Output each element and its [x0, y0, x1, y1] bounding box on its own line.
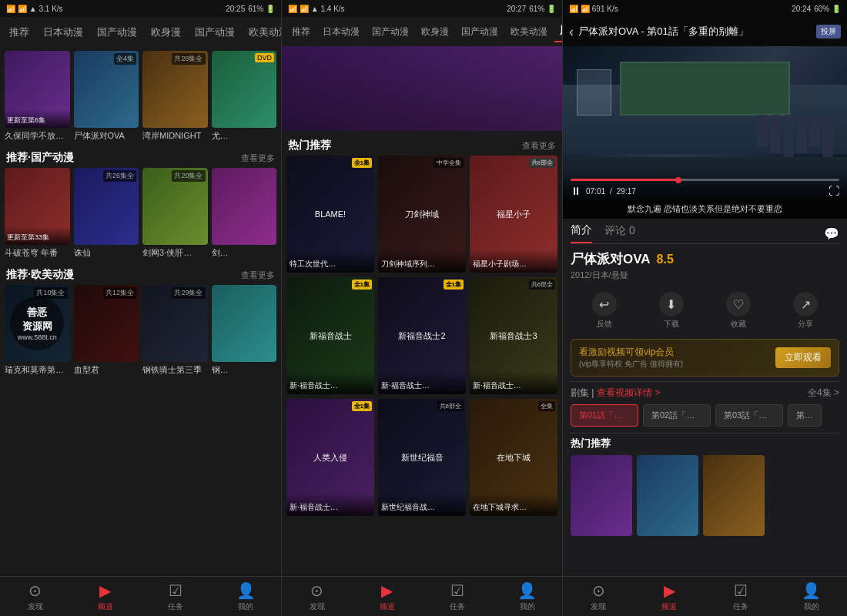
domestic-more[interactable]: 查看更多 [241, 152, 275, 164]
tab-japan-1[interactable]: 日本动漫 [37, 22, 89, 42]
list-item[interactable]: 共12集全 血型君 [74, 285, 139, 376]
episode-button[interactable]: 第02話「壊… [643, 404, 711, 427]
nav-task-2[interactable]: ☑ 任务 [422, 581, 492, 612]
vip-watch-button[interactable]: 立即观看 [775, 347, 831, 368]
p2-tab-2[interactable]: 国产动漫 [367, 22, 414, 42]
p2-tab-3[interactable]: 欧身漫 [416, 22, 454, 42]
card-title: 血型君 [74, 364, 139, 376]
nav-profile-1[interactable]: 👤 我的 [211, 581, 281, 612]
progress-bar[interactable] [571, 179, 839, 181]
update-badge: 更新至第33集 [5, 226, 70, 245]
back-button[interactable]: ‹ [569, 24, 574, 40]
nav-discover-3[interactable]: ⊙ 发现 [563, 581, 634, 612]
character-group [757, 115, 833, 157]
tab-comments[interactable]: 评论 0 [604, 224, 635, 243]
list-item[interactable]: 全4集 尸体派对OVA [74, 51, 139, 142]
vip-text-block: 看激励视频可领vip会员 (vip尊享特权 免广告 值得拥有) [579, 346, 683, 370]
bottom-nav-1: ⊙ 发现 ▶ 频道 ☑ 任务 👤 我的 [0, 576, 281, 616]
card-title: 新世纪福音战… [378, 493, 466, 516]
ep-header-right[interactable]: 全4集 > [808, 387, 839, 400]
download-button[interactable]: ⬇ 下载 [638, 292, 705, 330]
nav-task-3[interactable]: ☑ 任务 [705, 581, 776, 612]
list-item[interactable] [703, 455, 765, 536]
fullscreen-button[interactable]: ⛶ [829, 185, 839, 197]
episode-button[interactable]: 第… [788, 404, 822, 427]
p2-tab-1[interactable]: 日本动漫 [317, 22, 365, 42]
time-1: 20:25 [226, 5, 245, 13]
western-more[interactable]: 查看更多 [241, 270, 275, 281]
list-item[interactable]: 共10集全 善恶资源网 www.588t.cn 瑞克和莫蒂第… [5, 285, 70, 376]
time-2: 20:27 [507, 5, 526, 13]
favorite-button[interactable]: ♡ 收藏 [705, 292, 772, 330]
nav-label-3b: 频道 [661, 601, 677, 612]
nav-discover-1[interactable]: ⊙ 发现 [0, 581, 70, 612]
list-item[interactable]: 共26集全 诛仙 [74, 168, 139, 259]
list-item[interactable] [637, 455, 698, 536]
list-item[interactable]: 在地下城 全集 在地下城寻求… [470, 399, 557, 516]
rec-poster [571, 455, 632, 536]
ep-detail-link[interactable]: 查看视频详情 > [597, 387, 660, 398]
figure [796, 115, 807, 153]
battery-1: 61% 🔋 [248, 5, 275, 13]
pause-button[interactable]: ⏸ [571, 185, 581, 197]
nav-label-3c: 任务 [733, 601, 748, 612]
badge: 共6部全 [529, 158, 555, 168]
favorite-label: 收藏 [731, 319, 746, 330]
banner-area[interactable] [282, 46, 562, 131]
tab-recommend-1[interactable]: 推荐 [3, 22, 35, 42]
p2-tab-5[interactable]: 欧美动漫 [505, 22, 553, 42]
p2-tab-theater[interactable]: 剧场版 [554, 21, 562, 42]
tab-western-1[interactable]: 欧美动漫 [243, 22, 281, 42]
share-button[interactable]: ↗ 分享 [772, 292, 839, 330]
tab-eu-1[interactable]: 欧身漫 [145, 22, 187, 42]
ep-header-left[interactable]: 剧集 | 查看视频详情 > [571, 387, 660, 400]
status-left-text-2: 📶 ▲ 1.4 K/s [300, 5, 345, 13]
tab-intro[interactable]: 简介 [571, 223, 592, 243]
nav-tabs-1: 推荐 日本动漫 国产动漫 欧身漫 国产动漫 欧美动漫 剧场版 [0, 17, 281, 48]
nav-label-3d: 我的 [804, 601, 819, 612]
list-item[interactable]: 刀剑神域 中学全集 刀剑神域序列… [378, 156, 466, 273]
list-item[interactable]: 新世纪福音 共6部全 新世纪福音战… [378, 399, 466, 516]
list-item[interactable]: DVD 尤… [212, 51, 277, 142]
p2-tab-4[interactable]: 国产动漫 [456, 22, 504, 42]
chat-icon[interactable]: 💬 [824, 226, 839, 241]
episode-button[interactable]: 第01話「多… [571, 404, 638, 427]
cast-badge[interactable]: 投屏 [816, 25, 841, 38]
list-item[interactable]: 更新至第6集 久保同学不放… [5, 51, 70, 142]
card-title: 钢铁骑士第三季 [142, 364, 208, 376]
list-item[interactable]: 共26集全 湾岸MIDNIGHT [142, 51, 208, 142]
list-item[interactable]: 钢… [212, 285, 277, 376]
video-player[interactable]: ⏸ 07:01 / 29:17 ⛶ [563, 46, 847, 200]
p2-tab-0[interactable]: 推荐 [286, 22, 316, 42]
nav-channel-3[interactable]: ▶ 频道 [634, 581, 705, 612]
panel-2: 📶 📶 ▲ 1.4 K/s 20:27 61% 🔋 推荐 日本动漫 国产动漫 欧… [281, 0, 562, 616]
share-label: 分享 [798, 319, 813, 330]
task-icon-2: ☑ [450, 581, 464, 600]
nav-channel-1[interactable]: ▶ 频道 [70, 581, 140, 612]
list-item[interactable]: 新福音战士2 全1集 新·福音战士… [378, 277, 466, 394]
card-title: 湾岸MIDNIGHT [142, 130, 208, 142]
list-item[interactable]: 福星小子 共6部全 福星小子剧场… [470, 156, 557, 273]
tab-cn-1[interactable]: 国产动漫 [91, 22, 143, 42]
episode-button[interactable]: 第03話「屈… [715, 404, 783, 427]
list-item[interactable]: 剑… [212, 168, 277, 259]
nav-task-1[interactable]: ☑ 任务 [141, 581, 211, 612]
nav-channel-2[interactable]: ▶ 频道 [352, 581, 422, 612]
list-item[interactable]: 共20集全 剑网3·侠肝… [142, 168, 208, 259]
list-item[interactable]: 人类入侵 全1集 新·福音战士… [286, 399, 374, 516]
status-left-text-3: 📶 691 K/s [581, 5, 618, 13]
nav-profile-3[interactable]: 👤 我的 [776, 581, 847, 612]
list-item[interactable] [571, 455, 632, 536]
status-bar-3: 📶 📶 691 K/s 20:24 60% 🔋 [563, 0, 847, 17]
list-item[interactable]: BLAME! 全1集 特工次世代… [286, 156, 374, 273]
list-item[interactable]: 新福音战士 全1集 新·福音战士… [286, 277, 374, 394]
info-tabs: 简介 评论 0 💬 [571, 219, 839, 244]
list-item[interactable]: 新福音战士3 共6部全 新·福音战士… [470, 277, 557, 394]
hot-more[interactable]: 查看更多 [522, 140, 556, 152]
feedback-button[interactable]: ↩ 反馈 [571, 292, 638, 330]
nav-profile-2[interactable]: 👤 我的 [492, 581, 562, 612]
list-item[interactable]: 共29集全 钢铁骑士第三季 [142, 285, 208, 376]
list-item[interactable]: 更新至第33集 斗破苍穹 年番 [5, 168, 70, 259]
nav-discover-2[interactable]: ⊙ 发现 [282, 581, 352, 612]
tab-cn2-1[interactable]: 国产动漫 [189, 22, 241, 42]
